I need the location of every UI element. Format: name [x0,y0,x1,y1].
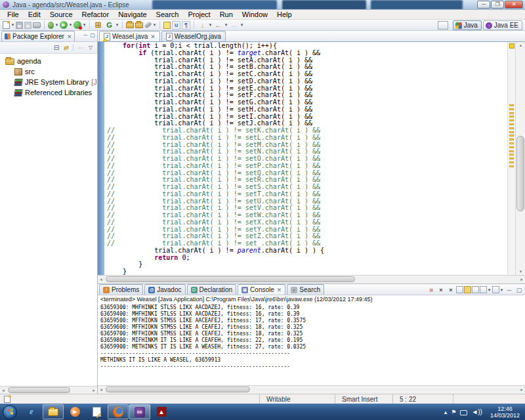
menu-search[interactable]: Search [152,10,184,19]
warning-tick-icon[interactable] [509,108,514,110]
warning-tick-icon[interactable] [509,104,514,106]
taskbar-windows-explorer-button[interactable] [43,404,64,419]
tree-item-src[interactable]: src [0,66,97,77]
warning-tick-icon[interactable] [509,142,514,144]
editor-tab-weasel-java[interactable]: JWeasel.java✕ [99,31,160,41]
scroll-left-icon[interactable]: ◂ [98,276,104,283]
new-wizard-icon[interactable] [3,21,10,29]
minimize-icon[interactable]: ─ [505,285,514,294]
chevron-down-icon[interactable]: ▾ [115,22,119,28]
action-center-flag-icon[interactable]: ⚑ [451,409,456,415]
warning-tick-icon[interactable] [509,161,514,163]
warning-tick-icon[interactable] [509,116,514,117]
debug-icon[interactable] [48,22,54,29]
menu-refactor[interactable]: Refactor [77,10,114,19]
taskbar-notepad-button[interactable] [86,404,107,419]
taskbar-internet-explorer-button[interactable]: e [21,404,42,419]
close-icon[interactable]: ✕ [67,33,72,40]
tab-search[interactable]: ⌕Search [287,284,324,295]
run-icon[interactable] [60,21,68,29]
start-button[interactable] [3,405,17,419]
menu-window[interactable]: Window [238,10,272,19]
search-flashlight-icon[interactable] [144,21,152,28]
remove-launch-icon[interactable]: × [436,285,446,294]
editor-horizontal-scrollbar[interactable]: ◂ ▸ [98,275,525,284]
run-history-icon[interactable] [74,21,81,29]
open-perspective-icon[interactable] [438,21,448,30]
warning-tick-icon[interactable] [509,119,514,121]
show-annotations-icon[interactable]: u [172,21,180,30]
chevron-down-icon[interactable]: ▾ [152,22,157,28]
editor-vertical-scrollbar[interactable]: ▴ ▾ [515,42,525,275]
view-minimize-maximize-icons[interactable]: ─ ▢ [84,32,96,38]
tab-javadoc[interactable]: @Javadoc [144,284,185,295]
mark-occurrences-icon[interactable] [163,22,171,29]
tree-item-referenced-libraries[interactable]: Referenced Libraries [0,87,97,98]
volume-icon[interactable]: ◄)) [471,408,482,415]
menu-run[interactable]: Run [215,10,238,19]
scroll-left-icon[interactable]: ◂ [0,387,7,394]
chevron-down-icon[interactable]: ▾ [82,22,87,28]
scroll-left-icon[interactable]: ◂ [98,387,104,393]
taskbar-adobe-reader-button[interactable]: ▲ [151,404,172,419]
chevron-down-icon[interactable]: ▾ [208,22,213,28]
scroll-right-icon[interactable]: ▸ [91,387,97,394]
code-editor[interactable]: for(int i = 0;i < trial.length(); i++){ … [98,42,525,275]
taskbar-clock[interactable]: 12:46 14/03/2012 [486,406,524,419]
minimize-window-button[interactable]: ─ [477,1,490,9]
maximize-icon[interactable]: ▢ [514,285,524,294]
tab-problems[interactable]: !Problems [99,284,143,295]
focus-icon[interactable]: ◦◦ [76,43,85,52]
menu-navigate[interactable]: Navigate [114,10,151,19]
show-hidden-icons-icon[interactable]: ▴ [444,409,448,415]
new-element-icon[interactable]: G [104,20,114,30]
warning-tick-icon[interactable] [509,154,514,156]
chevron-down-icon[interactable]: ▾ [54,22,59,28]
back-icon[interactable]: ← [213,20,223,30]
chevron-down-icon[interactable]: ▾ [68,22,73,28]
tree-item-agenda[interactable]: agenda [0,56,97,66]
menu-edit[interactable]: Edit [24,10,45,19]
taskbar-firefox-button[interactable] [108,404,129,419]
taskbar-eclipse-button[interactable]: EE [129,404,150,419]
network-icon[interactable] [460,410,467,415]
tab-console[interactable]: ▣Console✕ [238,284,285,295]
warning-tick-icon[interactable] [509,127,514,129]
warning-tick-icon[interactable] [509,158,514,159]
sidebar-horizontal-scrollbar[interactable]: ◂ ▸ [0,386,97,394]
code-line[interactable]: } [107,268,507,275]
perspective-javaee-button[interactable]: Java EE [483,20,522,30]
scroll-right-icon[interactable]: ▸ [518,387,525,393]
code-line[interactable]: } [107,261,507,268]
pin-console-icon[interactable] [472,286,479,293]
taskbar-media-player-button[interactable] [64,404,85,419]
display-console-icon[interactable] [480,286,487,293]
console-horizontal-scrollbar[interactable]: ◂ ▸ [98,385,525,394]
warning-tick-icon[interactable] [509,131,514,133]
warning-tick-icon[interactable] [509,165,514,167]
warning-tick-icon[interactable] [509,138,514,140]
menu-project[interactable]: Project [183,10,215,19]
open-dir-icon[interactable] [135,22,143,28]
warning-tick-icon[interactable] [509,150,514,152]
remove-all-icon[interactable]: × [446,285,455,294]
code-line[interactable]: return 0; [107,255,507,262]
chevron-down-icon[interactable]: ▾ [10,22,15,28]
tab-package-explorer[interactable]: Package Explorer ✕ [1,31,75,41]
restore-window-button[interactable]: ❐ [491,1,504,9]
editor-annotation-ruler[interactable] [98,42,104,275]
new-java-project-icon[interactable]: ⊞ [93,20,103,30]
toggle-mark-icon[interactable]: ¶ [182,21,190,30]
clear-console-icon[interactable] [456,286,463,293]
last-edit-icon[interactable]: ↓ [198,20,207,30]
save-all-icon[interactable] [24,22,32,29]
scroll-down-icon[interactable]: ▾ [516,269,525,274]
scroll-up-icon[interactable]: ▴ [516,43,525,48]
open-console-icon[interactable] [492,286,499,293]
editor-tab-weaselorg-java[interactable]: JWeaselOrg.java [161,31,226,41]
tree-item-jre-system-library[interactable]: JRE System Library[JavaSE-1.6] [0,77,97,87]
chevron-down-icon[interactable]: ▾ [487,287,492,293]
chevron-down-icon[interactable]: ▾ [499,287,504,293]
close-window-button[interactable]: ✕ [505,1,523,9]
tab-declaration[interactable]: DDeclaration [187,284,237,295]
